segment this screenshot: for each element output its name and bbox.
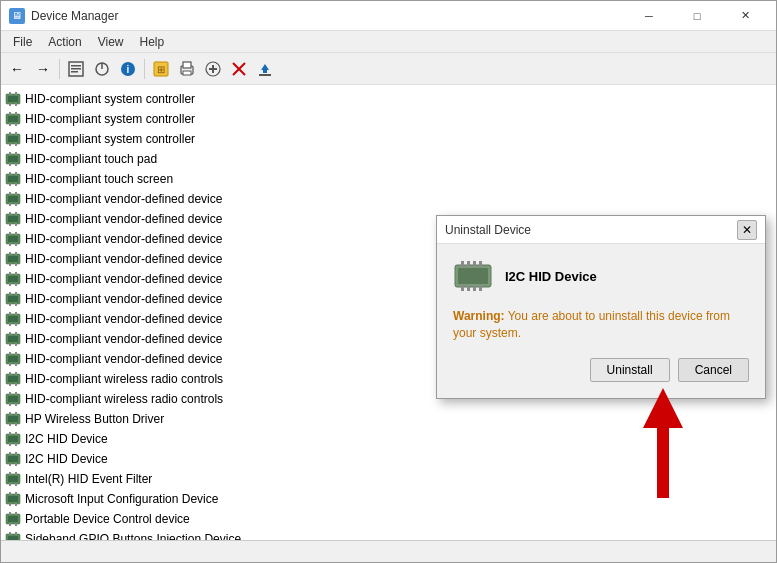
device-label: HID-compliant vendor-defined device [25, 272, 222, 286]
svg-rect-71 [9, 252, 11, 255]
svg-rect-83 [9, 292, 11, 295]
svg-rect-77 [9, 272, 11, 275]
device-hid-icon [5, 251, 21, 267]
device-label: Microsoft Input Configuration Device [25, 492, 218, 506]
svg-rect-65 [9, 232, 11, 235]
device-label: HID-compliant vendor-defined device [25, 232, 222, 246]
uninstall-confirm-button[interactable]: Uninstall [590, 358, 670, 382]
svg-rect-80 [15, 283, 17, 286]
svg-rect-42 [15, 152, 17, 155]
close-button[interactable]: ✕ [722, 1, 768, 31]
svg-rect-88 [8, 316, 18, 322]
svg-rect-55 [9, 203, 11, 206]
svg-rect-31 [9, 123, 11, 126]
dialog-close-button[interactable]: ✕ [737, 220, 757, 240]
svg-rect-35 [9, 132, 11, 135]
device-item[interactable]: I2C HID Device [1, 449, 776, 469]
menu-view[interactable]: View [90, 33, 132, 51]
svg-rect-94 [8, 336, 18, 342]
device-item[interactable]: HP Wireless Button Driver [1, 409, 776, 429]
svg-rect-128 [15, 443, 17, 446]
dialog-device-icon [453, 260, 493, 292]
svg-rect-56 [15, 203, 17, 206]
svg-rect-59 [9, 212, 11, 215]
svg-rect-70 [8, 256, 18, 262]
add-hardware-button[interactable] [201, 57, 225, 81]
svg-rect-54 [15, 192, 17, 195]
info-button[interactable]: i [116, 57, 140, 81]
svg-rect-73 [9, 263, 11, 266]
device-label: HID-compliant vendor-defined device [25, 292, 222, 306]
device-item[interactable]: HID-compliant system controller [1, 129, 776, 149]
uninstall-button[interactable] [227, 57, 251, 81]
device-item[interactable]: Sideband GPIO Buttons Injection Device [1, 529, 776, 540]
update-driver-button[interactable]: ⊞ [149, 57, 173, 81]
svg-rect-29 [9, 112, 11, 115]
svg-rect-177 [461, 285, 464, 291]
device-label: Intel(R) HID Event Filter [25, 472, 152, 486]
device-item[interactable]: Microsoft Input Configuration Device [1, 489, 776, 509]
cancel-button[interactable]: Cancel [678, 358, 749, 382]
device-hid-icon [5, 391, 21, 407]
dialog-body: I2C HID Device Warning: You are about to… [437, 244, 765, 398]
device-item[interactable]: Portable Device Control device [1, 509, 776, 529]
dialog-title: Uninstall Device [445, 223, 531, 237]
svg-rect-50 [15, 183, 17, 186]
menu-action[interactable]: Action [40, 33, 89, 51]
svg-rect-142 [8, 496, 18, 502]
device-item[interactable]: HID-compliant touch screen [1, 169, 776, 189]
device-hid-icon [5, 491, 21, 507]
svg-rect-32 [15, 123, 17, 126]
svg-rect-78 [15, 272, 17, 275]
svg-rect-86 [15, 303, 17, 306]
svg-rect-25 [9, 103, 11, 106]
scan-button[interactable] [90, 57, 114, 81]
device-hid-icon [5, 191, 21, 207]
svg-rect-92 [15, 323, 17, 326]
svg-rect-107 [9, 372, 11, 375]
device-item[interactable]: HID-compliant vendor-defined device [1, 189, 776, 209]
forward-button[interactable]: → [31, 57, 55, 81]
device-label: Portable Device Control device [25, 512, 190, 526]
device-hid-icon [5, 111, 21, 127]
svg-rect-58 [8, 216, 18, 222]
svg-rect-98 [15, 343, 17, 346]
device-label: HID-compliant vendor-defined device [25, 332, 222, 346]
svg-rect-179 [473, 285, 476, 291]
svg-rect-46 [8, 176, 18, 182]
svg-rect-49 [9, 183, 11, 186]
svg-rect-72 [15, 252, 17, 255]
device-hid-icon [5, 231, 21, 247]
download-button[interactable] [253, 57, 277, 81]
svg-rect-40 [8, 156, 18, 162]
device-item[interactable]: I2C HID Device [1, 429, 776, 449]
svg-rect-151 [9, 523, 11, 526]
svg-rect-2 [71, 68, 81, 70]
svg-rect-41 [9, 152, 11, 155]
menu-file[interactable]: File [5, 33, 40, 51]
properties-button[interactable] [64, 57, 88, 81]
svg-rect-53 [9, 192, 11, 195]
device-item[interactable]: Intel(R) HID Event Filter [1, 469, 776, 489]
device-label: HID-compliant system controller [25, 112, 195, 126]
print-button[interactable] [175, 57, 199, 81]
back-button[interactable]: ← [5, 57, 29, 81]
status-bar [1, 540, 776, 562]
dialog-device-row: I2C HID Device [453, 260, 749, 292]
device-item[interactable]: HID-compliant system controller [1, 109, 776, 129]
svg-rect-102 [15, 352, 17, 355]
device-item[interactable]: HID-compliant touch pad [1, 149, 776, 169]
svg-rect-154 [8, 536, 18, 540]
svg-rect-148 [8, 516, 18, 522]
device-label: I2C HID Device [25, 452, 108, 466]
svg-rect-76 [8, 276, 18, 282]
svg-rect-132 [15, 452, 17, 455]
svg-rect-174 [467, 261, 470, 267]
maximize-button[interactable]: □ [674, 1, 720, 31]
menu-help[interactable]: Help [132, 33, 173, 51]
minimize-button[interactable]: ─ [626, 1, 672, 31]
svg-marker-18 [261, 64, 269, 70]
svg-rect-146 [15, 503, 17, 506]
device-item[interactable]: HID-compliant system controller [1, 89, 776, 109]
svg-rect-44 [15, 163, 17, 166]
